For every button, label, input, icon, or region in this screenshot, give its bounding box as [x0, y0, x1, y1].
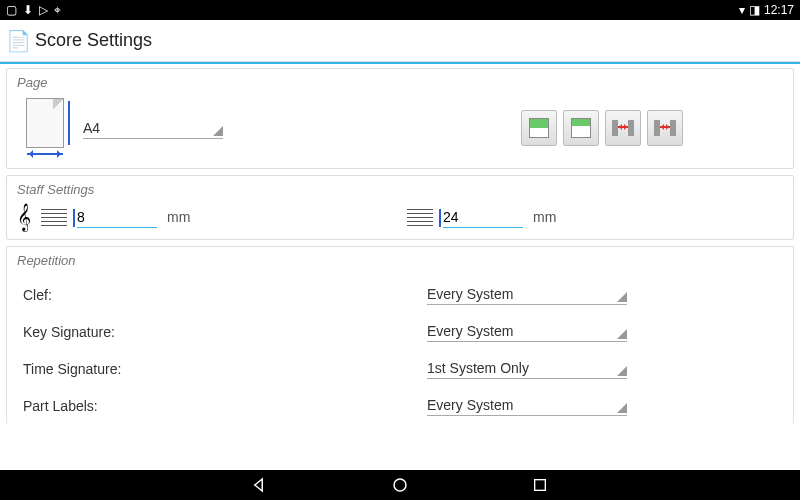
staff-height-input[interactable] — [77, 207, 157, 228]
recent-icon — [532, 477, 548, 493]
back-icon — [251, 476, 269, 494]
page-size-spinner[interactable]: A4 — [83, 118, 223, 139]
clef-row: Clef: Every System — [17, 276, 783, 313]
parts-spinner[interactable]: Every System — [427, 395, 627, 416]
key-row: Key Signature: Every System — [17, 313, 783, 350]
landscape-margins-button[interactable] — [563, 110, 599, 146]
time-value: 1st System Only — [427, 360, 617, 376]
parts-row: Part Labels: Every System — [17, 387, 783, 424]
status-bar: ▢ ⬇ ▷ ⌖ ▾ ◨ 12:17 — [0, 0, 800, 20]
page-section-title: Page — [17, 75, 783, 90]
picture-icon: ▢ — [6, 3, 17, 17]
clock: 12:17 — [764, 3, 794, 17]
page-section: Page A4 — [6, 68, 794, 169]
staff-spacing-input[interactable] — [443, 207, 523, 228]
staff-height-icon — [41, 207, 67, 227]
dropdown-triangle-icon — [213, 126, 223, 136]
parts-value: Every System — [427, 397, 617, 413]
download-icon: ⬇ — [23, 3, 33, 17]
wifi-icon: ▾ — [739, 3, 745, 17]
repetition-section: Repetition Clef: Every System Key Signat… — [6, 246, 794, 424]
time-label: Time Signature: — [17, 361, 427, 377]
hspacing-icon — [612, 118, 634, 138]
nav-bar — [0, 470, 800, 500]
parts-label: Part Labels: — [17, 398, 427, 414]
dropdown-triangle-icon — [617, 366, 627, 376]
svg-rect-1 — [535, 480, 546, 491]
dropdown-triangle-icon — [617, 329, 627, 339]
app-bar: 📄 Score Settings — [0, 20, 800, 62]
key-label: Key Signature: — [17, 324, 427, 340]
home-button[interactable] — [390, 475, 410, 495]
key-value: Every System — [427, 323, 617, 339]
repetition-section-title: Repetition — [17, 253, 783, 268]
clef-spinner[interactable]: Every System — [427, 284, 627, 305]
staff-section-title: Staff Settings — [17, 182, 783, 197]
staff-height-unit: mm — [167, 209, 190, 225]
staff-spacing-icon — [407, 207, 433, 227]
portrait-icon — [529, 118, 549, 138]
svg-point-0 — [394, 479, 406, 491]
time-spinner[interactable]: 1st System Only — [427, 358, 627, 379]
staff-spacing-unit: mm — [533, 209, 556, 225]
clef-label: Clef: — [17, 287, 427, 303]
recent-button[interactable] — [530, 475, 550, 495]
time-row: Time Signature: 1st System Only — [17, 350, 783, 387]
battery-icon: ◨ — [749, 3, 760, 17]
debug-icon: ⌖ — [54, 3, 61, 17]
content-scroll[interactable]: Page A4 Staff Settings 𝄞 — [0, 64, 800, 470]
horizontal-spacing-button[interactable] — [605, 110, 641, 146]
portrait-margins-button[interactable] — [521, 110, 557, 146]
hspacing-alt-icon — [654, 118, 676, 138]
treble-clef-icon: 𝄞 — [17, 205, 31, 229]
back-button[interactable] — [250, 475, 270, 495]
key-spinner[interactable]: Every System — [427, 321, 627, 342]
app-icon: 📄 — [6, 29, 31, 53]
landscape-icon — [571, 118, 591, 138]
play-icon: ▷ — [39, 3, 48, 17]
app-title: Score Settings — [35, 30, 152, 51]
home-icon — [391, 476, 409, 494]
horizontal-spacing-alt-button[interactable] — [647, 110, 683, 146]
clef-value: Every System — [427, 286, 617, 302]
page-preview-icon — [17, 98, 73, 158]
dropdown-triangle-icon — [617, 292, 627, 302]
staff-section: Staff Settings 𝄞 mm mm — [6, 175, 794, 240]
dropdown-triangle-icon — [617, 403, 627, 413]
page-size-value: A4 — [83, 120, 213, 136]
